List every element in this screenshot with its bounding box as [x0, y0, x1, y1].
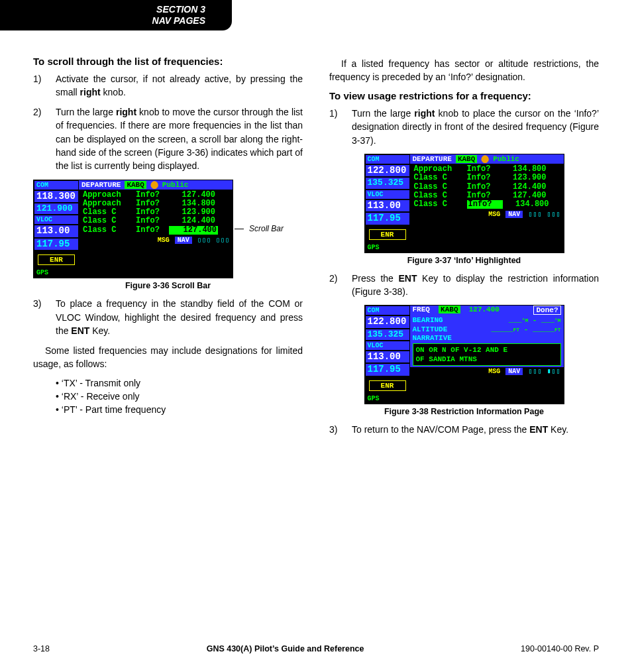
enr-indicator: ENR	[38, 254, 75, 265]
doc-rev: 190-00140-00 Rev. P	[521, 644, 599, 653]
fig36-caption: Figure 3-36 Scroll Bar	[33, 281, 303, 290]
frequency-row: Class CInfo?124.400	[81, 217, 231, 225]
scrollbar-label: Scroll Bar	[249, 224, 284, 233]
figure-3-37: COM 122.800 135.325 VLOC 113.00 117.95 E…	[329, 154, 599, 265]
list-item: 2)Press the ENT Key to display the restr…	[329, 272, 599, 299]
list-item: ‘TX’ - Transmit only	[56, 378, 303, 388]
left-column: To scroll through the list of frequencie…	[33, 50, 303, 443]
page-footer: 3-18 GNS 430(A) Pilot’s Guide and Refere…	[33, 644, 599, 653]
left-para: Some listed frequencies may include desi…	[33, 344, 303, 371]
frequency-row: Class CInfo?134.800	[413, 200, 562, 209]
gns-screen-38: COM 122.800 135.325 VLOC 113.00 117.95 E…	[364, 305, 564, 404]
fig38-caption: Figure 3-38 Restriction Information Page	[329, 407, 599, 416]
frequency-list: ApproachInfo?127.400ApproachInfo?134.800…	[79, 190, 233, 236]
list-item: ‘PT’ - Part time frequency	[56, 404, 303, 415]
scrollbar-pointer-icon	[235, 229, 244, 229]
list-item: 2)Turn the large right knob to move the …	[33, 105, 303, 172]
frequency-list: ApproachInfo?134.800Class CInfo?123.900C…	[410, 164, 564, 210]
frequency-row: Class CInfo?123.900	[413, 174, 562, 182]
list-item: ‘RX’ - Receive only	[56, 391, 303, 402]
frequency-row: ApproachInfo?127.400	[81, 191, 231, 199]
section-tab-line2: NAV PAGES	[40, 15, 205, 27]
left-heading: To scroll through the list of frequencie…	[33, 56, 303, 67]
right-heading: To view usage restrictions for a frequen…	[329, 90, 599, 101]
msg-indicator: MSG	[158, 237, 170, 244]
frequency-row: Class CInfo?127.400	[81, 226, 231, 235]
right-para1: If a listed frequency has sector or alti…	[329, 57, 599, 84]
done-button[interactable]: Done?	[533, 306, 560, 315]
right-steps-c: 3)To return to the NAV/COM Page, press t…	[329, 423, 599, 436]
left-steps-a: 1)Activate the cursor, if not already ac…	[33, 72, 303, 173]
gps-indicator: GPS	[34, 266, 79, 278]
page-boxes-icon: ▯▯▯ ▯▯▯	[197, 237, 230, 244]
gns-screen-36: COM 118.300 121.900 VLOC 113.00 117.95 E…	[33, 180, 233, 279]
public-dot-icon: ⬤	[481, 155, 489, 163]
list-item: 3)To place a frequency in the standby fi…	[33, 297, 303, 337]
figure-3-36: COM 118.300 121.900 VLOC 113.00 117.95 E…	[33, 180, 303, 291]
com-active: 118.300	[34, 190, 79, 203]
list-item: 1)Activate the cursor, if not already ac…	[33, 72, 303, 99]
section-tab-line1: SECTION 3	[40, 4, 205, 15]
vloc-standby: 117.95	[34, 238, 79, 251]
vloc-active: 113.00	[34, 225, 79, 237]
frequency-row: Class CInfo?124.400	[413, 183, 562, 192]
left-steps-b: 3)To place a frequency in the standby fi…	[33, 297, 303, 337]
section-tab: SECTION 3 NAV PAGES	[0, 0, 232, 30]
doc-title: GNS 430(A) Pilot’s Guide and Reference	[207, 644, 364, 653]
public-label: Public	[162, 181, 189, 189]
figure-3-38: COM 122.800 135.325 VLOC 113.00 117.95 E…	[329, 305, 599, 416]
right-steps-a: 1)Turn the large right knob to place the…	[329, 107, 599, 147]
list-item: 3)To return to the NAV/COM Page, press t…	[329, 423, 599, 436]
fig37-caption: Figure 3-37 ‘Info’ Highlighted	[329, 256, 599, 265]
right-column: If a listed frequency has sector or alti…	[329, 50, 599, 443]
com-label: COM	[34, 180, 79, 190]
designation-list: ‘TX’ - Transmit only‘RX’ - Receive only‘…	[33, 378, 303, 415]
airport-chip: KABQ	[125, 181, 146, 189]
departure-label: DEPARTURE	[81, 181, 121, 189]
list-item: 1)Turn the large right knob to place the…	[329, 107, 599, 147]
right-steps-b: 2)Press the ENT Key to display the restr…	[329, 272, 599, 299]
com-standby: 121.900	[34, 203, 79, 215]
vloc-label: VLOC	[34, 215, 79, 225]
page-number: 3-18	[33, 644, 50, 653]
public-dot-icon: ⬤	[150, 181, 158, 189]
frequency-row: Class CInfo?127.400	[413, 192, 562, 200]
narrative-box: ON OR N OF V-12 AND E OF SANDIA MTNS	[413, 343, 561, 366]
gns-screen-37: COM 122.800 135.325 VLOC 113.00 117.95 E…	[364, 154, 564, 253]
nav-chip: NAV	[175, 237, 192, 244]
